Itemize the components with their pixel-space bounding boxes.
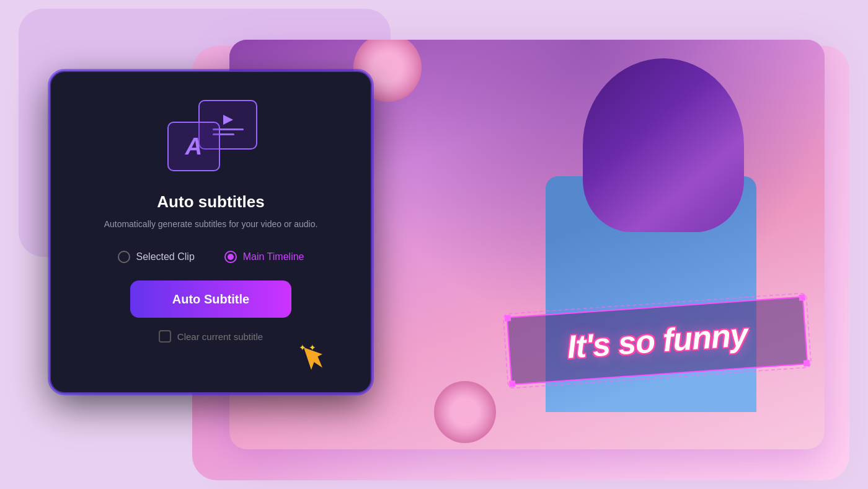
person-hair — [583, 58, 744, 232]
radio-circle-main-timeline[interactable] — [224, 251, 237, 263]
radio-label-main-timeline: Main Timeline — [243, 251, 304, 262]
radio-option-main-timeline[interactable]: Main Timeline — [224, 251, 304, 263]
radio-circle-selected-clip[interactable] — [118, 251, 130, 263]
radio-group: Selected Clip Main Timeline — [76, 251, 346, 263]
cursor-stars: ✦ ✦ — [299, 343, 316, 352]
auto-subtitle-button[interactable]: Auto Subtitle — [130, 280, 291, 318]
star-2: ✦ — [309, 343, 316, 352]
radio-option-selected-clip[interactable]: Selected Clip — [118, 251, 195, 263]
star-1: ✦ — [299, 343, 306, 352]
play-icon — [223, 115, 233, 125]
icon-a-letter: A — [185, 133, 202, 160]
clear-label: Clear current subtitle — [177, 331, 263, 342]
clear-checkbox[interactable] — [159, 330, 171, 343]
corner-bl — [509, 380, 516, 387]
scene: It's so funny A Auto subtitles Automatic… — [31, 21, 837, 468]
dialog-description: Automatically generate subtitles for you… — [104, 218, 318, 231]
dialog-title: Auto subtitles — [157, 192, 264, 212]
corner-br — [804, 360, 810, 367]
icon-a-box: A — [167, 122, 220, 171]
radio-label-selected-clip: Selected Clip — [136, 251, 195, 262]
corner-tr — [799, 294, 805, 301]
subtitle-text: It's so funny — [566, 316, 749, 366]
icon-area: A — [161, 97, 260, 177]
corner-tl — [505, 315, 512, 321]
clear-option[interactable]: Clear current subtitle — [159, 330, 263, 343]
dialog-card: A Auto subtitles Automatically generate … — [50, 71, 372, 393]
